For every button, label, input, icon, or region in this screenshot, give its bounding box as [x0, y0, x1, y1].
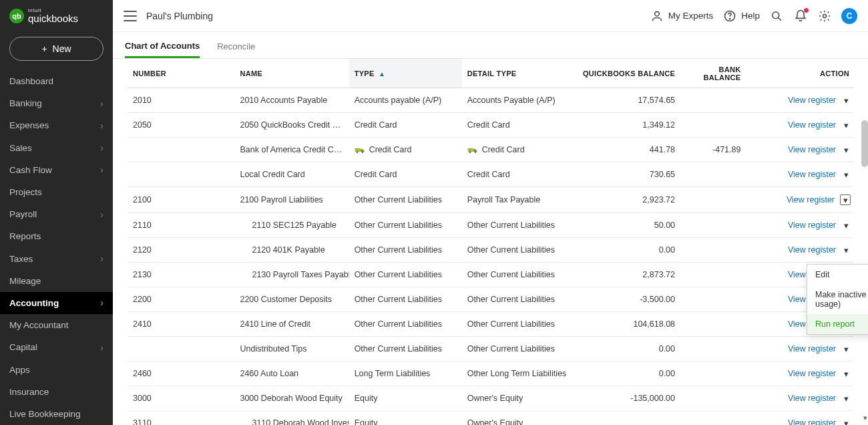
svg-line-4: [779, 17, 781, 20]
sidebar-item-capital[interactable]: Capital›: [0, 336, 113, 358]
cell-name: 2460 Auto Loan: [234, 362, 349, 386]
cell-detail: Accounts Payable (A/P): [462, 88, 575, 113]
sidebar-item-cash-flow[interactable]: Cash Flow›: [0, 159, 113, 181]
sidebar-item-banking[interactable]: Banking›: [0, 92, 113, 114]
th-bank-balance[interactable]: BANK BALANCE: [680, 59, 746, 88]
menu-item-make-inactive-won-t-reduce-usage-[interactable]: Make inactive (won't reduce usage): [807, 285, 868, 314]
logo[interactable]: qb intuit quickbooks: [0, 0, 113, 30]
action-caret-icon[interactable]: ▾: [841, 145, 851, 154]
cell-bank-balance: [680, 287, 746, 312]
sidebar-item-insurance[interactable]: Insurance: [0, 381, 113, 403]
sidebar-item-label: Expenses: [9, 120, 49, 130]
sidebar-item-sales[interactable]: Sales›: [0, 137, 113, 159]
cell-name: 3000 Deborah Wood Equity: [234, 386, 349, 411]
avatar[interactable]: C: [841, 8, 857, 24]
view-register-link[interactable]: View register▾: [788, 170, 851, 179]
action-caret-icon[interactable]: ▾: [841, 369, 851, 378]
cell-name: Bank of America Credit Card: [234, 138, 349, 162]
cell-qb-balance: 2,873.72: [575, 263, 680, 287]
view-register-link[interactable]: View register▾: [788, 394, 851, 403]
cell-detail: Credit Card: [462, 138, 575, 162]
gear-icon[interactable]: [817, 9, 832, 23]
cell-bank-balance: [680, 362, 746, 386]
action-caret-icon[interactable]: ▾: [841, 245, 851, 255]
sidebar-item-label: Accounting: [9, 298, 59, 308]
sidebar-item-mileage[interactable]: Mileage: [0, 270, 113, 292]
th-type[interactable]: TYPE ▲: [349, 59, 462, 88]
sidebar-item-taxes[interactable]: Taxes›: [0, 248, 113, 270]
hamburger-icon[interactable]: [124, 11, 137, 21]
cell-name: 2100 Payroll Liabilities: [234, 187, 349, 213]
menu-item-edit[interactable]: Edit: [807, 265, 868, 285]
view-register-link[interactable]: View register▾: [788, 120, 851, 130]
cell-qb-balance: 17,574.65: [575, 88, 680, 113]
table-row: 20102010 Accounts PayableAccounts payabl…: [128, 88, 853, 113]
new-button-label: New: [53, 43, 71, 54]
cell-number: [128, 337, 234, 362]
sidebar-item-live-bookkeeping[interactable]: Live Bookkeeping: [0, 403, 113, 425]
cell-name: 3110 Deborah Wood Inves: [234, 411, 349, 426]
search-icon[interactable]: [769, 9, 784, 23]
view-register-link[interactable]: View register▾: [788, 344, 851, 353]
table-row: 20502050 QuickBooks Credit CardCredit Ca…: [128, 113, 853, 138]
new-button[interactable]: + New: [9, 37, 103, 61]
cell-qb-balance: [575, 411, 680, 426]
cell-name: 2200 Customer Deposits: [234, 287, 349, 312]
sidebar-item-payroll[interactable]: Payroll›: [0, 203, 113, 225]
th-number[interactable]: NUMBER: [128, 59, 234, 88]
sidebar-item-projects[interactable]: Projects: [0, 181, 113, 203]
th-name[interactable]: NAME: [234, 59, 349, 88]
view-register-link[interactable]: View register▾: [788, 418, 851, 425]
cell-name: 2050 QuickBooks Credit Card: [234, 113, 349, 138]
sidebar-item-apps[interactable]: Apps: [0, 358, 113, 380]
cell-detail: Other Current Liabilities: [462, 312, 575, 337]
view-register-link[interactable]: View register▾: [788, 221, 851, 230]
sidebar-item-expenses[interactable]: Expenses›: [0, 114, 113, 136]
cell-name: 2410 Line of Credit: [234, 312, 349, 337]
cell-bank-balance: [680, 88, 746, 113]
action-caret-icon[interactable]: ▾: [840, 194, 851, 205]
help-link[interactable]: Help: [722, 9, 760, 23]
cell-qb-balance: 0.00: [575, 238, 680, 263]
cell-bank-balance: [680, 113, 746, 138]
svg-point-2: [730, 18, 730, 19]
view-register-link[interactable]: View register▾: [788, 369, 851, 378]
sidebar-item-accounting[interactable]: Accounting›: [0, 292, 113, 314]
action-caret-icon[interactable]: ▾: [841, 96, 851, 105]
action-caret-icon[interactable]: ▾: [841, 221, 851, 230]
cell-action: View register▾: [746, 238, 853, 263]
action-caret-icon[interactable]: ▾: [841, 120, 851, 130]
tab-reconcile[interactable]: Reconcile: [217, 41, 255, 58]
cell-detail: Credit Card: [462, 162, 575, 187]
view-register-link[interactable]: View register▾: [787, 194, 851, 205]
cell-number: 2120: [128, 238, 234, 263]
cell-bank-balance: [680, 263, 746, 287]
tab-chart-of-accounts[interactable]: Chart of Accounts: [125, 41, 200, 58]
sidebar-item-dashboard[interactable]: Dashboard: [0, 70, 113, 92]
view-register-link[interactable]: View register▾: [788, 145, 851, 154]
view-register-link[interactable]: View register▾: [788, 96, 851, 105]
sidebar-item-label: Banking: [9, 98, 42, 108]
cell-type: Other Current Liabilities: [349, 263, 462, 287]
action-caret-icon[interactable]: ▾: [841, 344, 851, 353]
table-row: Local Credit CardCredit CardCredit Card7…: [128, 162, 853, 187]
action-caret-icon[interactable]: ▾: [841, 170, 851, 179]
action-caret-icon[interactable]: ▾: [841, 418, 851, 425]
th-detail[interactable]: DETAIL TYPE: [462, 59, 575, 88]
cell-action: View register▾: [746, 386, 853, 411]
chevron-right-icon: ›: [100, 142, 103, 153]
scrollbar-thumb[interactable]: [861, 120, 868, 167]
action-caret-icon[interactable]: ▾: [841, 394, 851, 403]
cell-action: View register▾: [746, 162, 853, 187]
view-register-link[interactable]: View register▾: [788, 245, 851, 255]
sidebar-item-my-accountant[interactable]: My Accountant: [0, 314, 113, 336]
sidebar-item-label: Insurance: [9, 387, 49, 397]
th-qb-balance[interactable]: QUICKBOOKS BALANCE: [575, 59, 680, 88]
sidebar-item-label: Sales: [9, 143, 32, 153]
bell-icon[interactable]: [793, 9, 808, 23]
action-dropdown-menu: EditMake inactive (won't reduce usage)Ru…: [807, 264, 868, 335]
scroll-down-icon[interactable]: ▾: [863, 414, 867, 422]
sidebar-item-reports[interactable]: Reports: [0, 225, 113, 247]
my-experts-link[interactable]: My Experts: [650, 9, 714, 23]
menu-item-run-report[interactable]: Run report: [807, 314, 868, 334]
